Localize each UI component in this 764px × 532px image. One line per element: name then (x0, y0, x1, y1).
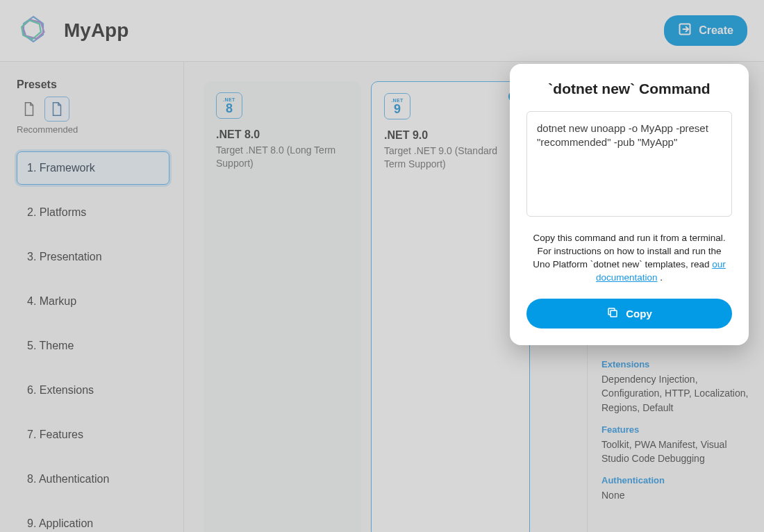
create-button[interactable]: Create (664, 15, 747, 46)
framework-sub: Target .NET 9.0 (Standard Term Support) (384, 144, 517, 171)
summary-body: Toolkit, PWA Manifest, Visual Studio Cod… (601, 438, 749, 466)
framework-title: .NET 9.0 (384, 129, 517, 142)
copy-icon (606, 306, 619, 321)
step-list: 1. Framework 2. Platforms 3. Presentatio… (17, 151, 169, 532)
step-framework[interactable]: 1. Framework (17, 151, 169, 185)
framework-sub: Target .NET 8.0 (Long Term Support) (216, 144, 349, 170)
net-badge-8: .NET 8 (216, 92, 242, 119)
help-text-before: Copy this command and run it from a term… (533, 233, 725, 269)
net-badge-9: .NET 9 (384, 93, 410, 119)
sidebar: Presets Recommended 1. Framework 2. Plat… (0, 62, 184, 532)
popover-help: Copy this command and run it from a term… (526, 232, 732, 285)
help-text-after: . (658, 272, 663, 283)
step-presentation[interactable]: 3. Presentation (17, 240, 169, 274)
framework-card-net8[interactable]: .NET 8 .NET 8.0 Target .NET 8.0 (Long Te… (204, 81, 361, 532)
step-features[interactable]: 7. Features (17, 418, 169, 451)
copy-button[interactable]: Copy (526, 299, 732, 329)
step-application[interactable]: 9. Application (17, 507, 169, 532)
summary-body: None (601, 488, 749, 502)
summary-body: Dependency Injection, Configuration, HTT… (601, 372, 749, 415)
dotnet-command-popover: `dotnet new` Command dotnet new unoapp -… (510, 64, 749, 345)
summary-extensions: Extensions Dependency Injection, Configu… (601, 359, 749, 415)
step-platforms[interactable]: 2. Platforms (17, 196, 169, 229)
app-header: MyApp Create (0, 0, 764, 62)
app-title: MyApp (64, 19, 128, 42)
summary-authentication: Authentication None (601, 475, 749, 502)
brand: MyApp (17, 13, 128, 49)
step-authentication[interactable]: 8. Authentication (17, 463, 169, 496)
svg-rect-1 (611, 310, 617, 317)
command-text[interactable]: dotnet new unoapp -o MyApp -preset "reco… (526, 111, 732, 217)
copy-button-label: Copy (626, 308, 652, 319)
preset-sub-label: Recommended (17, 124, 169, 135)
summary-title: Extensions (601, 359, 749, 369)
framework-card-net9[interactable]: .NET 9 .NET 9.0 Target .NET 9.0 (Standar… (371, 81, 530, 532)
step-extensions[interactable]: 6. Extensions (17, 374, 169, 407)
presets-heading: Presets (17, 78, 169, 91)
create-button-label: Create (699, 24, 733, 37)
step-theme[interactable]: 5. Theme (17, 329, 169, 363)
preset-recommended[interactable] (44, 97, 69, 122)
popover-title: `dotnet new` Command (526, 81, 732, 97)
summary-title: Features (601, 424, 749, 435)
preset-blank[interactable] (17, 97, 42, 122)
brand-logo (17, 13, 50, 49)
framework-title: .NET 8.0 (216, 128, 349, 141)
summary-features: Features Toolkit, PWA Manifest, Visual S… (601, 424, 749, 466)
export-icon (678, 22, 692, 39)
summary-title: Authentication (601, 475, 749, 485)
step-markup[interactable]: 4. Markup (17, 285, 169, 318)
